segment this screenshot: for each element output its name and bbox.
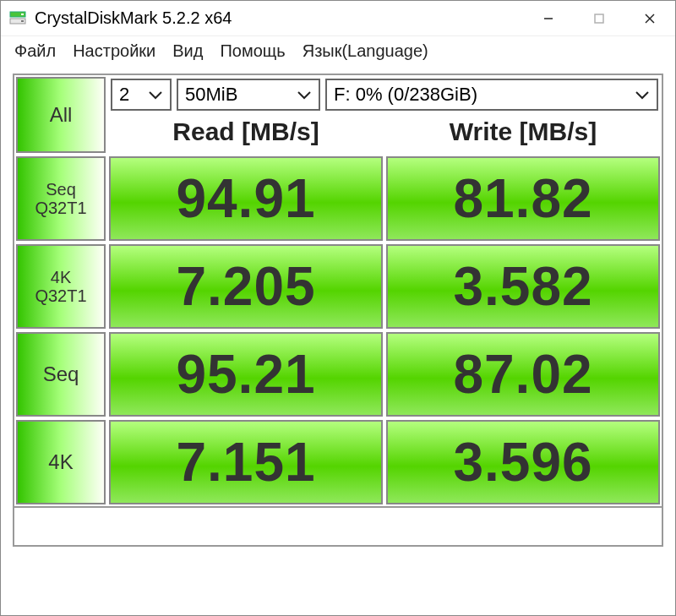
menu-help[interactable]: Помощь [213, 40, 292, 63]
chevron-down-icon [635, 90, 650, 100]
svg-rect-3 [21, 20, 24, 22]
seq-q32t1-write: 81.82 [386, 156, 660, 241]
4k-q32t1-read: 7.205 [109, 244, 383, 329]
run-all-button[interactable]: All [16, 77, 106, 153]
menu-view[interactable]: Вид [166, 40, 210, 63]
seq-q32t1-read: 94.91 [109, 156, 383, 241]
selectors-row: 2 50MiB F: 0% (0/238GiB) [107, 75, 662, 112]
close-button[interactable] [624, 2, 675, 35]
window-title: CrystalDiskMark 5.2.2 x64 [35, 8, 523, 28]
maximize-button[interactable] [574, 2, 624, 35]
chevron-down-icon [297, 90, 312, 100]
seq-read: 95.21 [109, 332, 383, 417]
menu-file[interactable]: Файл [8, 40, 63, 63]
runs-value: 2 [119, 84, 129, 106]
4k-q32t1-button[interactable]: 4K Q32T1 [16, 244, 106, 329]
seq-q32t1-label-1: Seq [35, 180, 86, 199]
write-header: Write [MB/s] [384, 112, 662, 155]
titlebar: CrystalDiskMark 5.2.2 x64 [1, 1, 675, 36]
seq-q32t1-label-2: Q32T1 [35, 199, 86, 217]
benchmark-grid: All 2 50MiB F: 0% (0/238GiB) Read [MB/s]… [13, 74, 663, 508]
svg-rect-2 [21, 14, 24, 15]
4k-label: 4K [48, 450, 73, 474]
runs-select[interactable]: 2 [111, 79, 172, 111]
size-select[interactable]: 50MiB [177, 79, 320, 111]
drive-select[interactable]: F: 0% (0/238GiB) [325, 79, 658, 111]
4k-q32t1-write: 3.582 [386, 244, 660, 329]
seq-write: 87.02 [386, 332, 660, 417]
seq-button[interactable]: Seq [16, 332, 106, 417]
menu-settings[interactable]: Настройки [66, 40, 162, 63]
4k-write: 3.596 [386, 420, 660, 504]
menu-language[interactable]: Язык(Language) [296, 40, 435, 63]
window-controls [523, 2, 675, 35]
seq-q32t1-button[interactable]: Seq Q32T1 [16, 156, 106, 241]
4k-q32t1-label-2: Q32T1 [35, 286, 86, 305]
read-header: Read [MB/s] [107, 112, 384, 155]
app-window: CrystalDiskMark 5.2.2 x64 Файл Настройки… [0, 0, 676, 616]
app-icon [8, 8, 28, 29]
size-value: 50MiB [185, 84, 237, 106]
chevron-down-icon [148, 90, 163, 100]
drive-value: F: 0% (0/238GiB) [334, 84, 477, 106]
minimize-button[interactable] [523, 2, 574, 35]
4k-read: 7.151 [109, 420, 383, 504]
svg-rect-5 [595, 14, 603, 23]
4k-q32t1-label-1: 4K [35, 268, 86, 286]
seq-label: Seq [43, 363, 79, 386]
4k-button[interactable]: 4K [16, 420, 106, 504]
status-bar [13, 508, 663, 547]
run-all-label: All [50, 103, 73, 127]
content-area: All 2 50MiB F: 0% (0/238GiB) Read [MB/s]… [1, 65, 675, 615]
menubar: Файл Настройки Вид Помощь Язык(Language) [1, 36, 675, 65]
